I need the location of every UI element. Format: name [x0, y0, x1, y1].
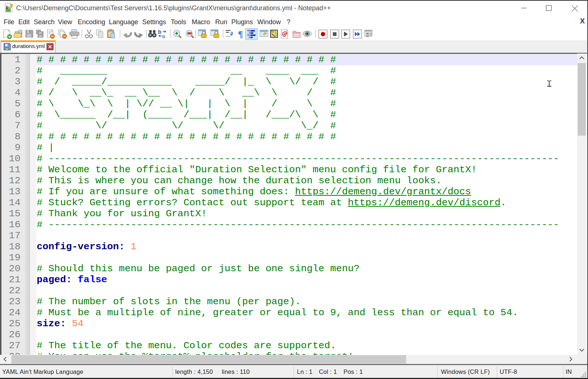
svg-text:a: a: [162, 33, 165, 39]
svg-text:b: b: [158, 29, 161, 35]
svg-text:¶: ¶: [238, 29, 243, 40]
